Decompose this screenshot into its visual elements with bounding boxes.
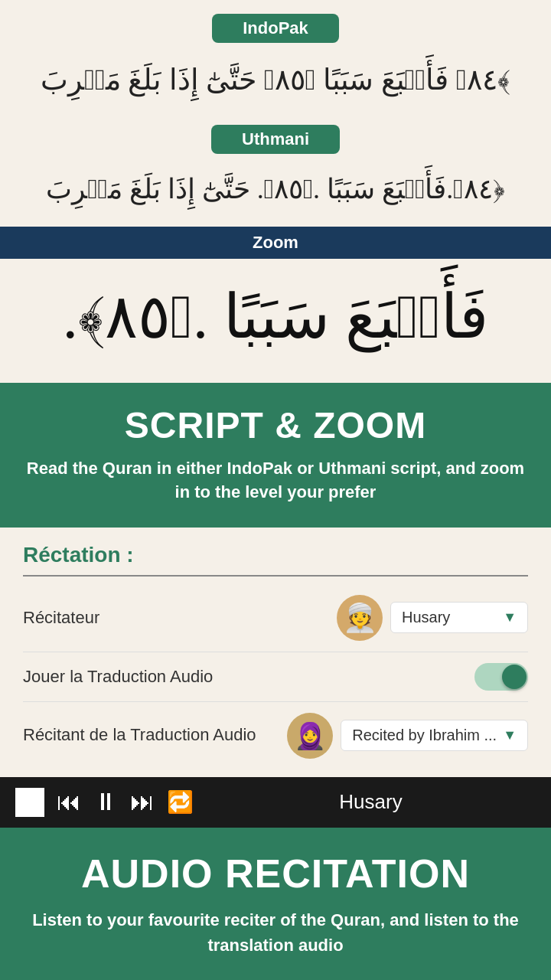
- player-stop-button[interactable]: [15, 788, 44, 817]
- audio-recitation-description: Listen to your favourite reciter of the …: [23, 907, 528, 958]
- recitant-traduction-dropdown-arrow: ▼: [503, 727, 517, 743]
- zoom-label: Zoom: [0, 227, 551, 259]
- traduction-audio-right: [474, 663, 528, 691]
- recitant-traduction-label: Récitant de la Traduction Audio: [23, 724, 287, 747]
- ibrahim-avatar: [287, 713, 333, 759]
- recitant-traduction-dropdown[interactable]: Recited by Ibrahim ... ▼: [341, 720, 528, 751]
- player-next-button[interactable]: ⏭: [130, 788, 155, 816]
- audio-recitation-title: AUDIO RECITATION: [23, 851, 528, 897]
- uthmani-section: Uthmani ﴿٨٤﴾.فَأَتۡبَعَ سَبَبًا .﴿٨٥﴾. ح…: [0, 125, 551, 227]
- recitation-section-title: Réctation :: [23, 543, 528, 577]
- recitateur-dropdown-arrow: ▼: [503, 609, 517, 626]
- recitation-section: Réctation : Récitateur Husary ▼ Jouer la…: [0, 528, 551, 777]
- player-prev-button[interactable]: ⏮: [57, 788, 81, 816]
- uthmani-label: Uthmani: [211, 125, 340, 154]
- recitateur-label: Récitateur: [23, 608, 337, 628]
- recitateur-dropdown[interactable]: Husary ▼: [390, 602, 528, 633]
- husary-avatar: [337, 595, 383, 641]
- player-reciter-name: Husary: [206, 790, 536, 814]
- script-zoom-title: SCRIPT & ZOOM: [23, 406, 528, 446]
- traduction-audio-row: Jouer la Traduction Audio: [23, 652, 528, 702]
- player-pause-button[interactable]: ⏸: [93, 788, 118, 816]
- script-zoom-description: Read the Quran in either IndoPak or Uthm…: [23, 457, 528, 505]
- uthmani-arabic-text: ﴿٨٤﴾.فَأَتۡبَعَ سَبَبًا .﴿٨٥﴾. حَتَّىٰٓ …: [15, 160, 536, 220]
- script-zoom-banner: SCRIPT & ZOOM Read the Quran in either I…: [0, 383, 551, 527]
- audio-recitation-banner: AUDIO RECITATION Listen to your favourit…: [0, 828, 551, 980]
- toggle-track: [474, 663, 528, 691]
- zoom-label-container: Zoom: [0, 227, 551, 259]
- recitateur-right: Husary ▼: [337, 595, 528, 641]
- traduction-audio-toggle[interactable]: [474, 663, 528, 691]
- indopak-arabic-text: ﴾٨٤﴿ فَأَتۡبَعَ سَبَبًا ﴾٨٥﴿ حَتَّىٰٓ إِ…: [15, 49, 536, 111]
- player-repeat-button[interactable]: 🔁: [167, 789, 194, 815]
- uthmani-label-container: Uthmani: [15, 125, 536, 154]
- recitant-traduction-value: Recited by Ibrahim ...: [352, 727, 497, 744]
- traduction-audio-label: Jouer la Traduction Audio: [23, 667, 474, 687]
- recitateur-row: Récitateur Husary ▼: [23, 584, 528, 652]
- indopak-label: IndoPak: [212, 14, 339, 43]
- zoom-section: Zoom فَأَتۡبَعَ سَبَبًا .﴿٨٥﴾.: [0, 227, 551, 383]
- recitant-traduction-right: Recited by Ibrahim ... ▼: [287, 713, 528, 759]
- recitateur-value: Husary: [402, 609, 450, 626]
- zoom-arabic-text: فَأَتۡبَعَ سَبَبًا .﴿٨٥﴾.: [0, 259, 551, 383]
- recitant-traduction-row: Récitant de la Traduction Audio Recited …: [23, 702, 528, 769]
- indopak-label-container: IndoPak: [15, 14, 536, 43]
- player-bar: ⏮ ⏸ ⏭ 🔁 Husary: [0, 777, 551, 828]
- indopak-section: IndoPak ﴾٨٤﴿ فَأَتۡبَعَ سَبَبًا ﴾٨٥﴿ حَت…: [0, 0, 551, 119]
- toggle-thumb: [502, 665, 527, 689]
